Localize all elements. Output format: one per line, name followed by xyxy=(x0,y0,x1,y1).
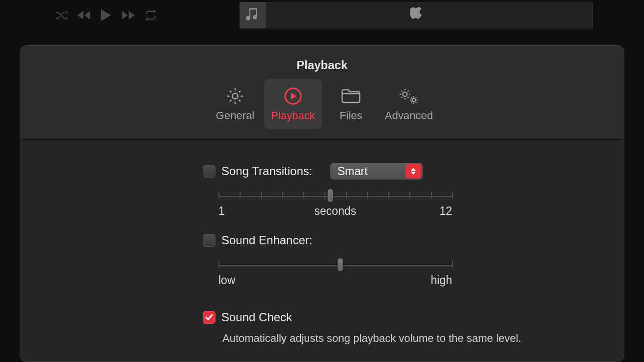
slider-center: seconds xyxy=(314,205,356,218)
play-icon[interactable] xyxy=(100,8,112,22)
tab-label: Advanced xyxy=(385,109,433,122)
apple-icon xyxy=(410,7,423,24)
sheet-title: Playback xyxy=(20,46,624,72)
tab-label: General xyxy=(216,109,254,122)
slider-max: high xyxy=(431,274,452,287)
tab-playback[interactable]: Playback xyxy=(264,79,322,129)
gears-icon xyxy=(398,86,420,106)
repeat-icon[interactable] xyxy=(144,10,157,21)
lcd-panel xyxy=(240,2,593,28)
previous-icon[interactable] xyxy=(77,10,91,21)
next-icon[interactable] xyxy=(121,10,135,21)
svg-point-3 xyxy=(403,92,407,97)
slider-min: low xyxy=(218,274,236,287)
sound-check-checkbox[interactable] xyxy=(203,311,215,324)
song-transitions-row: Song Transitions: Smart xyxy=(203,161,624,181)
playback-controls xyxy=(55,8,157,22)
song-transitions-checkbox[interactable] xyxy=(203,165,215,178)
enhancer-slider[interactable]: low high xyxy=(218,259,452,287)
tab-general[interactable]: General xyxy=(206,79,264,129)
transitions-slider[interactable]: 1 seconds 12 xyxy=(218,190,452,218)
sheet-body: Song Transitions: Smart xyxy=(20,140,624,345)
tab-label: Files xyxy=(340,109,362,122)
slider-knob[interactable] xyxy=(337,258,343,272)
play-circle-icon xyxy=(283,86,303,106)
sound-check-label: Sound Check xyxy=(221,310,292,324)
preferences-sheet: Playback General Playback xyxy=(20,45,624,362)
select-value: Smart xyxy=(330,165,405,178)
folder-icon xyxy=(341,86,361,106)
svg-point-0 xyxy=(232,93,238,99)
sound-check-description: Automatically adjusts song playback volu… xyxy=(222,332,624,345)
music-note-icon xyxy=(240,2,266,28)
sheet-header: Playback General Playback xyxy=(20,46,624,140)
slider-max: 12 xyxy=(439,205,452,218)
gear-icon xyxy=(226,86,244,106)
sound-enhancer-checkbox[interactable] xyxy=(203,234,215,247)
sound-enhancer-label: Sound Enhancer: xyxy=(221,233,312,247)
chevron-up-down-icon xyxy=(405,164,421,179)
topbar xyxy=(0,0,644,30)
slider-knob[interactable] xyxy=(327,189,334,203)
slider-min: 1 xyxy=(218,205,225,218)
tab-advanced[interactable]: Advanced xyxy=(380,79,438,129)
shuffle-icon[interactable] xyxy=(55,10,68,21)
tab-files[interactable]: Files xyxy=(322,79,380,129)
tab-label: Playback xyxy=(271,109,315,122)
song-transitions-label: Song Transitions: xyxy=(221,164,312,178)
tabs: General Playback Files xyxy=(20,79,624,129)
svg-point-4 xyxy=(412,99,416,102)
sound-enhancer-row: Sound Enhancer: xyxy=(203,231,624,250)
transitions-select[interactable]: Smart xyxy=(330,162,423,180)
sound-check-row: Sound Check xyxy=(203,308,624,327)
